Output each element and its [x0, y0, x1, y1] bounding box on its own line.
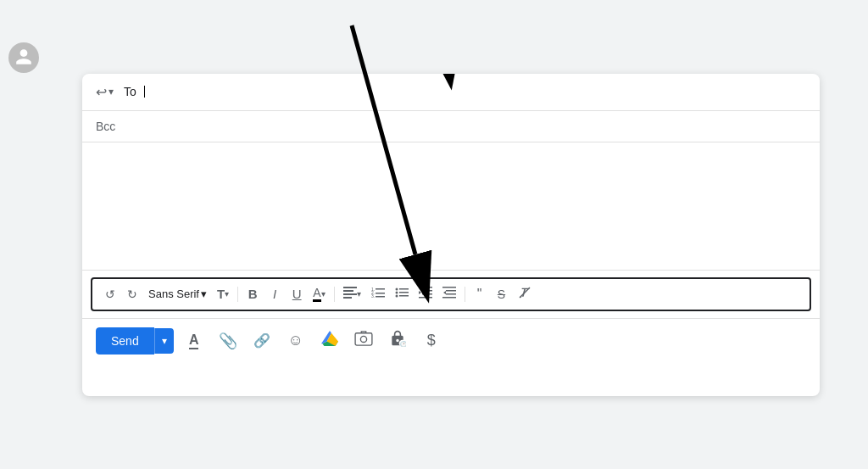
avatar — [8, 42, 39, 73]
svg-rect-24 — [446, 290, 456, 292]
divider-1 — [237, 287, 238, 302]
svg-rect-19 — [422, 290, 432, 292]
action-bar: Send ▾ A 📎 🔗 — [82, 318, 820, 363]
avatar-column — [8, 42, 39, 73]
svg-rect-21 — [419, 297, 432, 299]
email-body[interactable] — [82, 142, 820, 270]
font-color-button[interactable]: A ▾ — [309, 284, 328, 304]
svg-rect-3 — [343, 290, 353, 292]
underline-button[interactable]: U — [287, 284, 306, 304]
emoji-icon: ☺ — [288, 332, 303, 349]
font-color-icon: A — [313, 286, 320, 302]
to-label: To — [124, 85, 136, 98]
to-row: ↩ ▾ To — [82, 74, 820, 111]
attach-icon: 📎 — [219, 332, 237, 350]
svg-rect-4 — [343, 293, 357, 295]
font-name-label: Sans Serif — [148, 288, 199, 300]
bullet-list-icon — [395, 287, 409, 301]
svg-marker-22 — [419, 291, 421, 294]
page-wrapper: ↩ ▾ To Bcc ↺ — [0, 0, 868, 469]
compose-window: ↩ ▾ To Bcc ↺ — [82, 74, 820, 396]
svg-rect-26 — [442, 297, 456, 299]
link-icon: 🔗 — [253, 332, 270, 349]
attach-button[interactable]: 📎 — [214, 327, 242, 355]
italic-icon: I — [273, 287, 276, 301]
bcc-row: Bcc — [82, 111, 820, 142]
divider-3 — [465, 287, 465, 302]
send-dropdown-button[interactable]: ▾ — [154, 328, 174, 354]
reply-dropdown-arrow: ▾ — [108, 86, 114, 98]
font-size-button[interactable]: T ▾ — [214, 284, 232, 304]
bcc-label[interactable]: Bcc — [96, 120, 115, 133]
strikethrough-button[interactable]: S — [492, 284, 511, 304]
redo-button[interactable]: ↻ — [123, 284, 142, 304]
bold-icon: B — [248, 287, 258, 301]
svg-rect-25 — [446, 293, 456, 295]
photo-icon — [354, 331, 373, 350]
quote-icon: " — [477, 287, 482, 302]
svg-rect-18 — [419, 287, 432, 288]
font-size-icon: T — [217, 287, 225, 301]
svg-rect-2 — [343, 287, 357, 288]
underline-icon: U — [292, 287, 302, 301]
send-button[interactable]: Send — [96, 327, 154, 355]
send-dropdown-arrow-icon: ▾ — [162, 335, 167, 347]
user-icon — [14, 47, 33, 69]
svg-rect-11 — [376, 296, 385, 298]
indent-more-button[interactable] — [415, 284, 436, 304]
emoji-button[interactable]: ☺ — [282, 327, 309, 355]
align-icon — [343, 287, 357, 301]
confidential-button[interactable]: 🕐 — [384, 327, 411, 355]
remove-format-button[interactable] — [515, 284, 535, 304]
svg-point-30 — [360, 336, 366, 342]
svg-point-16 — [395, 295, 398, 298]
svg-rect-20 — [422, 293, 432, 295]
svg-rect-15 — [399, 292, 409, 293]
dollar-icon: $ — [427, 332, 436, 349]
reply-icon: ↩ — [96, 84, 107, 100]
bullet-list-button[interactable] — [392, 284, 412, 304]
svg-text:🕐: 🕐 — [400, 340, 406, 347]
svg-rect-13 — [399, 288, 409, 290]
strikethrough-icon: S — [498, 288, 505, 301]
divider-2 — [334, 287, 335, 302]
link-button[interactable]: 🔗 — [248, 327, 275, 355]
numbered-list-button[interactable]: 1. 2. 3. — [368, 284, 388, 304]
svg-rect-29 — [355, 333, 372, 345]
quote-button[interactable]: " — [470, 284, 489, 304]
send-button-group: Send ▾ — [96, 327, 174, 355]
font-selector[interactable]: Sans Serif ▾ — [145, 286, 210, 302]
format-text-button[interactable]: A — [181, 327, 208, 355]
formatting-toolbar: ↺ ↻ Sans Serif ▾ T ▾ — [91, 277, 811, 311]
compose-content: ↩ ▾ To Bcc ↺ — [82, 74, 820, 363]
italic-button[interactable]: I — [265, 284, 284, 304]
svg-rect-5 — [343, 297, 352, 299]
font-size-dropdown: ▾ — [225, 289, 229, 299]
photo-button[interactable] — [350, 327, 377, 355]
format-text-icon: A — [189, 332, 199, 349]
cursor — [144, 86, 145, 98]
undo-button[interactable]: ↺ — [101, 284, 120, 304]
indent-less-button[interactable] — [439, 284, 459, 304]
font-dropdown-icon: ▾ — [201, 288, 207, 300]
reply-button[interactable]: ↩ ▾ — [96, 84, 114, 100]
indent-less-icon — [442, 287, 456, 301]
bold-button[interactable]: B — [243, 284, 262, 304]
svg-rect-17 — [399, 295, 409, 297]
svg-rect-7 — [376, 288, 385, 290]
formatting-toolbar-row: ↺ ↻ Sans Serif ▾ T ▾ — [82, 270, 820, 318]
svg-point-14 — [395, 292, 398, 294]
drive-button[interactable] — [316, 327, 343, 355]
undo-icon: ↺ — [105, 288, 115, 301]
align-button[interactable]: ▾ — [340, 284, 364, 304]
dollar-button[interactable]: $ — [418, 327, 445, 355]
redo-icon: ↻ — [127, 288, 137, 301]
indent-more-icon — [419, 287, 432, 301]
svg-point-12 — [395, 288, 398, 291]
color-dropdown: ▾ — [321, 289, 326, 299]
align-dropdown: ▾ — [357, 289, 361, 299]
confidential-icon: 🕐 — [389, 330, 406, 351]
svg-marker-27 — [443, 291, 446, 294]
svg-rect-9 — [376, 293, 385, 294]
numbered-list-icon: 1. 2. 3. — [371, 287, 385, 301]
